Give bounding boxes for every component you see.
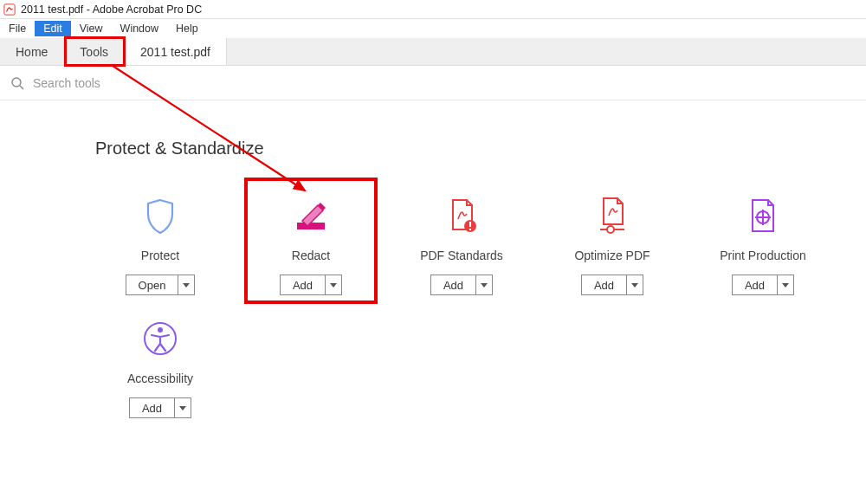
tool-grid: Protect Open Redact Add xyxy=(95,183,835,418)
svg-line-2 xyxy=(20,86,23,89)
tool-accessibility[interactable]: Accessibility Add xyxy=(95,306,225,418)
shield-icon xyxy=(139,195,181,236)
tool-pdf-standards-button[interactable]: Add xyxy=(430,275,493,295)
svg-rect-3 xyxy=(297,223,325,229)
tool-protect-button[interactable]: Open xyxy=(126,275,196,295)
tabs-bar: Home Tools 2011 test.pdf xyxy=(0,38,866,66)
svg-point-13 xyxy=(158,327,163,333)
tool-pdf-standards-button-main[interactable]: Add xyxy=(431,275,476,294)
caret-down-icon xyxy=(631,283,638,288)
tool-pdf-standards-button-dropdown[interactable] xyxy=(476,275,492,294)
tool-print-production-button[interactable]: Add xyxy=(732,275,794,295)
tool-accessibility-button-main[interactable]: Add xyxy=(130,398,175,417)
caret-down-icon xyxy=(183,283,190,288)
tool-optimize-pdf-button-dropdown[interactable] xyxy=(627,275,643,294)
tool-pdf-standards[interactable]: PDF Standards Add xyxy=(397,183,527,295)
tool-accessibility-button[interactable]: Add xyxy=(129,397,191,418)
accessibility-icon xyxy=(139,318,181,359)
menu-edit[interactable]: Edit xyxy=(35,21,71,36)
tool-pdf-standards-label: PDF Standards xyxy=(420,249,503,262)
caret-down-icon xyxy=(481,283,488,288)
menu-view[interactable]: View xyxy=(71,21,112,36)
tool-redact-label: Redact xyxy=(292,249,330,262)
section-protect-standardize: Protect & Standardize Protect Open xyxy=(0,100,866,418)
tab-tools-label: Tools xyxy=(80,45,108,59)
print-production-icon xyxy=(742,195,784,236)
search-input[interactable] xyxy=(33,76,856,90)
tool-redact-button-dropdown[interactable] xyxy=(326,275,341,294)
svg-rect-0 xyxy=(4,3,15,14)
acrobat-app-icon xyxy=(3,3,16,16)
window-title: 2011 test.pdf - Adobe Acrobat Pro DC xyxy=(21,3,202,16)
tool-optimize-pdf-button[interactable]: Add xyxy=(581,275,643,295)
tool-accessibility-button-dropdown[interactable] xyxy=(175,398,191,417)
search-icon xyxy=(10,76,24,90)
tool-optimize-pdf[interactable]: Optimize PDF Add xyxy=(547,183,677,295)
tab-home[interactable]: Home xyxy=(0,38,64,65)
caret-down-icon xyxy=(782,283,789,288)
tool-print-production-button-main[interactable]: Add xyxy=(733,275,778,294)
svg-point-8 xyxy=(607,226,614,233)
section-title: Protect & Standardize xyxy=(95,139,835,158)
tool-redact-button[interactable]: Add xyxy=(280,275,342,295)
tool-protect-button-dropdown[interactable] xyxy=(178,275,194,294)
svg-rect-6 xyxy=(469,229,471,230)
title-bar: 2011 test.pdf - Adobe Acrobat Pro DC xyxy=(0,0,866,19)
tool-redact-button-main[interactable]: Add xyxy=(281,275,326,294)
tool-protect-button-main[interactable]: Open xyxy=(126,275,179,294)
svg-rect-5 xyxy=(469,222,471,227)
tool-print-production-button-dropdown[interactable] xyxy=(778,275,793,294)
tool-accessibility-label: Accessibility xyxy=(127,372,193,385)
tool-optimize-pdf-button-main[interactable]: Add xyxy=(582,275,627,294)
tool-protect[interactable]: Protect Open xyxy=(95,183,225,295)
search-bar xyxy=(0,66,866,100)
tool-print-production-label: Print Production xyxy=(720,249,806,262)
optimize-pdf-icon xyxy=(591,195,633,236)
caret-down-icon xyxy=(179,406,186,410)
svg-point-1 xyxy=(12,78,21,87)
redact-icon xyxy=(290,195,332,236)
menu-file[interactable]: File xyxy=(0,21,35,36)
tool-protect-label: Protect xyxy=(141,249,179,262)
tool-optimize-pdf-label: Optimize PDF xyxy=(574,249,650,262)
caret-down-icon xyxy=(330,283,337,288)
pdf-standards-icon xyxy=(441,195,482,236)
tool-print-production[interactable]: Print Production Add xyxy=(698,183,828,295)
tab-document[interactable]: 2011 test.pdf xyxy=(125,38,227,65)
tab-tools[interactable]: Tools xyxy=(64,38,125,65)
menu-help[interactable]: Help xyxy=(167,21,207,36)
menu-bar: File Edit View Window Help xyxy=(0,19,866,38)
tool-redact[interactable]: Redact Add xyxy=(246,183,376,295)
menu-window[interactable]: Window xyxy=(112,21,167,36)
